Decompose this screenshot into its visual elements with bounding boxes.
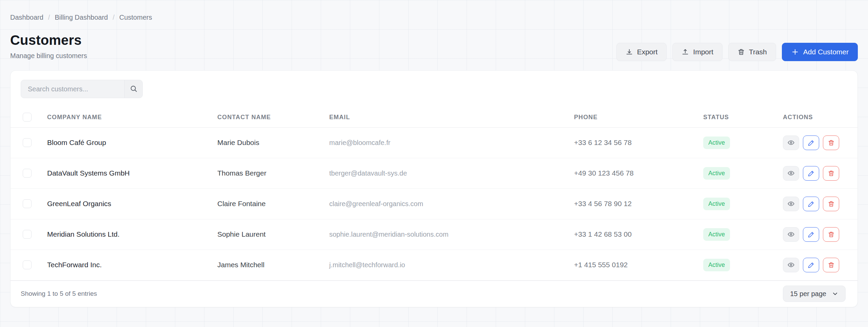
phone-cell: +33 4 56 78 90 12: [574, 200, 703, 208]
delete-button[interactable]: [823, 166, 839, 181]
trash-icon: [828, 200, 835, 207]
breadcrumb-customers[interactable]: Customers: [119, 14, 152, 21]
per-page-select[interactable]: 15 per page: [783, 286, 846, 302]
column-header-company: COMPANY NAME: [47, 114, 217, 121]
contact-name-cell: Sophie Laurent: [217, 230, 329, 238]
column-header-actions: ACTIONS: [783, 114, 857, 121]
add-customer-button-label: Add Customer: [803, 48, 849, 56]
breadcrumb-separator: /: [48, 14, 50, 21]
view-button[interactable]: [783, 197, 799, 211]
table-header-row: COMPANY NAME CONTACT NAME EMAIL PHONE ST…: [11, 107, 857, 127]
trash-icon: [828, 139, 835, 146]
edit-button[interactable]: [803, 197, 819, 211]
trash-button[interactable]: Trash: [728, 43, 776, 61]
download-icon: [626, 48, 633, 56]
row-checkbox[interactable]: [23, 138, 32, 147]
view-button[interactable]: [783, 166, 799, 181]
status-badge: Active: [703, 198, 730, 210]
delete-button[interactable]: [823, 227, 839, 242]
email-cell: marie@bloomcafe.fr: [329, 139, 574, 147]
export-button[interactable]: Export: [616, 43, 667, 61]
entries-summary: Showing 1 to 5 of 5 entries: [21, 290, 97, 297]
table-row: Bloom Café Group Marie Dubois marie@bloo…: [11, 128, 857, 158]
edit-button[interactable]: [803, 227, 819, 242]
email-cell: claire@greenleaf-organics.com: [329, 200, 574, 208]
delete-button[interactable]: [823, 197, 839, 211]
contact-name-cell: Claire Fontaine: [217, 200, 329, 208]
edit-button[interactable]: [803, 166, 819, 181]
column-header-contact: CONTACT NAME: [217, 114, 329, 121]
phone-cell: +33 6 12 34 56 78: [574, 139, 703, 147]
company-name-cell: DataVault Systems GmbH: [47, 169, 217, 177]
table-body: Bloom Café Group Marie Dubois marie@bloo…: [11, 128, 857, 280]
trash-icon: [828, 231, 835, 238]
edit-button[interactable]: [803, 258, 819, 272]
add-customer-button[interactable]: Add Customer: [782, 43, 858, 61]
pencil-icon: [808, 200, 815, 207]
delete-button[interactable]: [823, 258, 839, 272]
table-footer: Showing 1 to 5 of 5 entries 15 per page: [11, 280, 857, 307]
breadcrumb-separator: /: [113, 14, 115, 21]
contact-name-cell: Marie Dubois: [217, 139, 329, 147]
import-button[interactable]: Import: [672, 43, 723, 61]
export-button-label: Export: [637, 48, 658, 56]
search-input[interactable]: [21, 80, 124, 98]
eye-icon: [787, 169, 795, 177]
import-button-label: Import: [693, 48, 713, 56]
status-badge: Active: [703, 167, 730, 180]
row-actions: [783, 258, 857, 272]
eye-icon: [787, 200, 795, 207]
breadcrumb-billing-dashboard[interactable]: Billing Dashboard: [55, 14, 108, 21]
search-icon: [130, 85, 138, 94]
search-button[interactable]: [124, 80, 142, 98]
row-actions: [783, 227, 857, 242]
pencil-icon: [808, 170, 815, 177]
plus-icon: [791, 48, 799, 56]
table-row: TechForward Inc. James Mitchell j.mitche…: [11, 250, 857, 280]
view-button[interactable]: [783, 258, 799, 272]
column-header-phone: PHONE: [574, 114, 703, 121]
row-checkbox[interactable]: [23, 230, 32, 239]
view-button[interactable]: [783, 135, 799, 150]
row-actions: [783, 197, 857, 211]
row-checkbox[interactable]: [23, 169, 32, 178]
search-box: [21, 80, 143, 98]
table-row: Meridian Solutions Ltd. Sophie Laurent s…: [11, 219, 857, 250]
select-all-checkbox[interactable]: [23, 113, 32, 122]
phone-cell: +33 1 42 68 53 00: [574, 230, 703, 238]
status-badge: Active: [703, 137, 730, 149]
delete-button[interactable]: [823, 135, 839, 150]
page-title: Customers: [10, 33, 87, 48]
pencil-icon: [808, 139, 815, 146]
trash-icon: [828, 261, 835, 269]
page-title-block: Customers Manage billing customers: [10, 33, 87, 60]
email-cell: tberger@datavault-sys.de: [329, 169, 574, 177]
chevron-down-icon: [832, 290, 839, 297]
header-actions: Export Import Trash Add Customer: [616, 43, 858, 61]
contact-name-cell: Thomas Berger: [217, 169, 329, 177]
page-header: Customers Manage billing customers Expor…: [10, 33, 858, 61]
column-header-email: EMAIL: [329, 114, 574, 121]
table-row: DataVault Systems GmbH Thomas Berger tbe…: [11, 158, 857, 189]
pencil-icon: [808, 261, 815, 269]
status-badge: Active: [703, 228, 730, 241]
row-actions: [783, 135, 857, 150]
company-name-cell: Bloom Café Group: [47, 139, 217, 147]
edit-button[interactable]: [803, 135, 819, 150]
eye-icon: [787, 261, 795, 269]
email-cell: j.mitchell@techforward.io: [329, 261, 574, 269]
search-area: [11, 71, 857, 107]
pencil-icon: [808, 231, 815, 238]
phone-cell: +1 415 555 0192: [574, 261, 703, 269]
eye-icon: [787, 139, 795, 146]
eye-icon: [787, 231, 795, 238]
phone-cell: +49 30 123 456 78: [574, 169, 703, 177]
page-subtitle: Manage billing customers: [10, 52, 87, 60]
view-button[interactable]: [783, 227, 799, 242]
upload-icon: [682, 48, 689, 56]
contact-name-cell: James Mitchell: [217, 261, 329, 269]
breadcrumb-dashboard[interactable]: Dashboard: [10, 14, 43, 21]
row-checkbox[interactable]: [23, 260, 32, 269]
row-checkbox[interactable]: [23, 199, 32, 208]
company-name-cell: TechForward Inc.: [47, 261, 217, 269]
